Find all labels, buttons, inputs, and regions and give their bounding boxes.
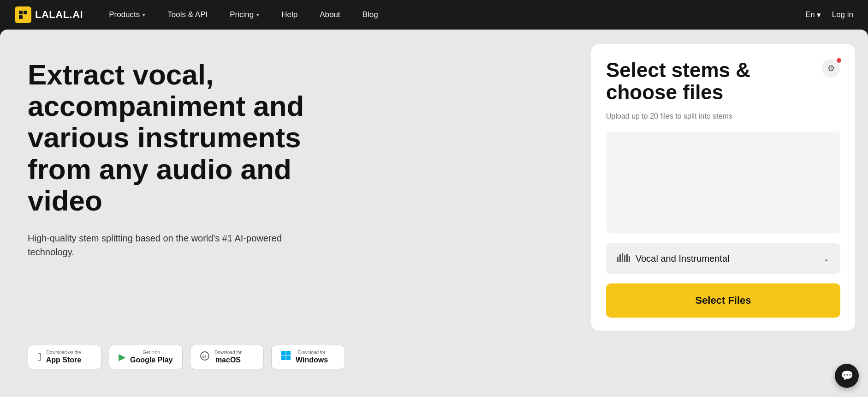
macos-button[interactable]: os Download for macOS [190, 345, 264, 369]
svg-rect-9 [617, 257, 618, 262]
svg-text:os: os [202, 354, 207, 359]
svg-rect-14 [629, 256, 630, 262]
left-panel: Extract vocal, accompaniment and various… [0, 30, 582, 397]
select-files-button[interactable]: Select Files [606, 283, 840, 318]
nav-tools[interactable]: Tools & API [156, 0, 219, 30]
svg-rect-1 [24, 11, 27, 14]
nav-pricing[interactable]: Pricing ▾ [219, 0, 270, 30]
upload-card: Select stems & choose files ⚙ Upload up … [591, 44, 855, 331]
stem-selector-label: Vocal and Instrumental [636, 253, 729, 264]
card-title: Select stems & choose files [606, 59, 809, 104]
windows-icon [281, 350, 291, 363]
nav-blog[interactable]: Blog [351, 0, 389, 30]
card-subtitle: Upload up to 20 files to split into stem… [606, 112, 840, 120]
hero-section: Extract vocal, accompaniment and various… [28, 59, 554, 259]
macos-icon: os [200, 351, 210, 363]
appstore-button[interactable]:  Download on the App Store [28, 345, 101, 369]
svg-rect-5 [281, 351, 286, 355]
stem-selector[interactable]: Vocal and Instrumental ⌄ [606, 243, 840, 274]
nav-about[interactable]: About [309, 0, 351, 30]
logo-text: LALAL.AI [35, 9, 83, 21]
windows-button[interactable]: Download for Windows [271, 345, 345, 369]
logo-icon [15, 6, 31, 23]
nav-logo[interactable]: LALAL.AI [15, 6, 83, 23]
right-panel: Select stems & choose files ⚙ Upload up … [582, 30, 868, 397]
language-selector[interactable]: En ▾ [805, 10, 821, 20]
main-content: Extract vocal, accompaniment and various… [0, 30, 868, 397]
download-buttons:  Download on the App Store ▶ Get it on … [28, 345, 554, 369]
hero-subtitle: High-quality stem splitting based on the… [28, 231, 286, 259]
appstore-large-text: App Store [46, 355, 81, 364]
appstore-small-text: Download on the [46, 350, 81, 355]
nav-items: Products ▾ Tools & API Pricing ▾ Help Ab… [98, 0, 802, 30]
svg-rect-6 [286, 351, 291, 355]
gear-icon: ⚙ [827, 63, 835, 73]
macos-small-text: Download for [214, 350, 242, 355]
login-button[interactable]: Log in [832, 10, 853, 19]
svg-rect-11 [622, 253, 623, 262]
stem-type-icon [617, 252, 630, 265]
notification-dot [837, 58, 841, 63]
svg-rect-12 [624, 255, 625, 262]
apple-icon:  [37, 350, 42, 363]
svg-rect-2 [19, 15, 23, 19]
svg-rect-0 [19, 11, 23, 14]
stem-chevron-icon: ⌄ [823, 254, 829, 263]
svg-rect-13 [626, 254, 628, 262]
svg-rect-8 [286, 356, 291, 361]
googleplay-icon: ▶ [119, 351, 125, 362]
nav-right: En ▾ Log in [805, 10, 853, 20]
lang-chevron-icon: ▾ [817, 10, 821, 20]
navbar: LALAL.AI Products ▾ Tools & API Pricing … [0, 0, 868, 30]
settings-button[interactable]: ⚙ [822, 59, 840, 78]
googleplay-large-text: Google Play [130, 355, 172, 364]
chat-icon: 💬 [841, 370, 853, 382]
pricing-chevron-icon: ▾ [256, 12, 259, 18]
windows-small-text: Download for [296, 350, 328, 355]
windows-large-text: Windows [296, 355, 328, 364]
hero-title: Extract vocal, accompaniment and various… [28, 59, 341, 217]
svg-rect-7 [281, 356, 286, 361]
googleplay-small-text: Get it on [130, 350, 172, 355]
nav-help[interactable]: Help [270, 0, 309, 30]
macos-large-text: macOS [214, 355, 242, 364]
chat-support-button[interactable]: 💬 [835, 364, 859, 388]
nav-products[interactable]: Products ▾ [98, 0, 156, 30]
upload-drop-area[interactable] [606, 132, 840, 234]
products-chevron-icon: ▾ [143, 12, 145, 18]
googleplay-button[interactable]: ▶ Get it on Google Play [109, 345, 183, 369]
svg-rect-10 [619, 254, 621, 262]
card-header: Select stems & choose files ⚙ [606, 59, 840, 104]
